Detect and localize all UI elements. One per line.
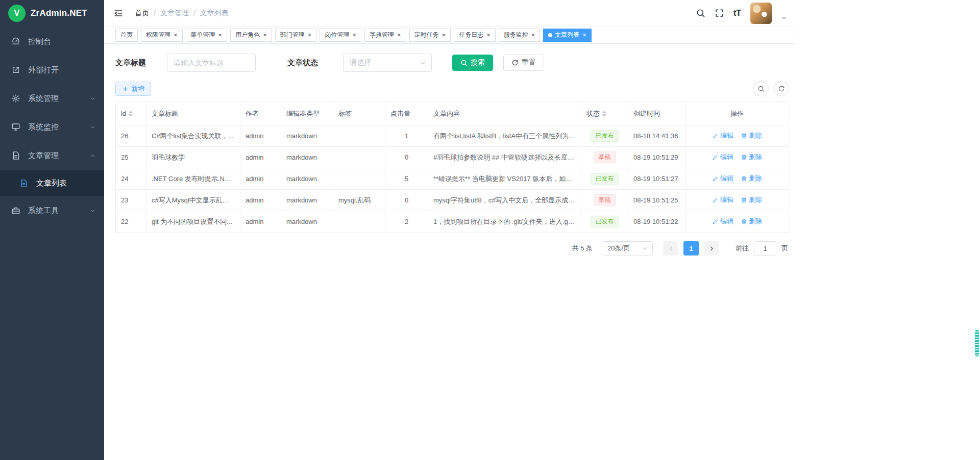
breadcrumb-item[interactable]: 文章管理 <box>160 9 189 18</box>
cell-editor: markdown <box>281 211 333 233</box>
tab[interactable]: 字典管理× <box>364 29 406 42</box>
page-size-select[interactable]: 20条/页 <box>602 241 653 255</box>
scrollbar-thumb[interactable] <box>975 330 979 356</box>
close-icon[interactable]: × <box>582 32 586 38</box>
tab[interactable]: 服务监控× <box>499 29 541 42</box>
close-icon[interactable]: × <box>352 32 356 38</box>
avatar[interactable] <box>750 3 772 24</box>
sort-icon[interactable] <box>129 111 133 117</box>
search-button[interactable]: 搜索 <box>452 55 493 71</box>
chevron-down-icon[interactable] <box>781 15 787 21</box>
sidebar-item[interactable]: 外部打开 <box>0 56 104 84</box>
tab[interactable]: 用户角色× <box>230 29 272 42</box>
refresh-button[interactable] <box>774 81 789 96</box>
app-title: ZrAdmin.NET <box>31 8 87 18</box>
dashboard-icon <box>11 37 21 46</box>
sort-icon[interactable] <box>602 111 606 117</box>
cell-clicks: 0 <box>385 147 428 168</box>
fullscreen-icon[interactable] <box>715 8 724 18</box>
tab[interactable]: 菜单管理× <box>186 29 228 42</box>
total-count: 共 5 条 <box>572 244 593 253</box>
tab-label: 权限管理 <box>146 31 170 39</box>
sidebar-item[interactable]: 文章管理 <box>0 141 104 170</box>
table-row: 23c#写入Mysql中文显示乱码 ...adminmarkdownmysql,… <box>116 190 789 211</box>
column-label: 标签 <box>338 109 352 118</box>
tab[interactable]: 岗位管理× <box>320 29 361 42</box>
edit-link[interactable]: 编辑 <box>712 217 733 226</box>
menu-fold-icon[interactable] <box>113 8 124 18</box>
column-label: 状态 <box>586 109 600 118</box>
sidebar-subitem[interactable]: 文章列表 <box>0 170 104 196</box>
close-icon[interactable]: × <box>442 32 446 38</box>
goto-suffix: 页 <box>781 244 788 253</box>
font-size-icon[interactable]: tT <box>733 9 741 18</box>
tab[interactable]: 部门管理× <box>275 29 317 42</box>
column-header: 文章标题 <box>146 102 240 125</box>
sidebar-item[interactable]: 系统工具 <box>0 196 104 225</box>
close-icon[interactable]: × <box>531 32 535 38</box>
edit-link[interactable]: 编辑 <box>712 195 733 205</box>
cell-status: 已发布 <box>581 168 628 190</box>
edit-link[interactable]: 编辑 <box>712 174 733 183</box>
cell-actions: 编辑删除 <box>685 168 789 190</box>
tab[interactable]: 首页 <box>115 29 138 42</box>
cell-tags <box>333 211 385 233</box>
edit-link[interactable]: 编辑 <box>712 131 733 140</box>
add-button[interactable]: 新增 <box>115 82 151 96</box>
column-label: 点击量 <box>390 109 410 118</box>
status-badge: 已发布 <box>591 173 619 185</box>
column-label: 文章内容 <box>433 109 460 118</box>
delete-link[interactable]: 删除 <box>741 174 762 183</box>
delete-link[interactable]: 删除 <box>741 217 762 226</box>
close-icon[interactable]: × <box>174 32 178 38</box>
article-title-input[interactable] <box>167 54 256 72</box>
tab[interactable]: 任务日志× <box>454 29 496 42</box>
column-label: 创建时间 <box>633 109 660 118</box>
close-icon[interactable]: × <box>263 32 267 38</box>
logo-icon: V <box>8 5 26 22</box>
edit-icon <box>712 218 719 225</box>
tab[interactable]: 权限管理× <box>141 29 183 42</box>
delete-link[interactable]: 删除 <box>741 195 762 205</box>
tab-bar: 首页权限管理×菜单管理×用户角色×部门管理×岗位管理×字典管理×定时任务×任务日… <box>104 27 794 44</box>
page-number[interactable]: 1 <box>683 241 699 255</box>
chevron-down-icon <box>89 208 96 214</box>
tab[interactable]: 文章列表× <box>543 29 592 42</box>
sidebar-item[interactable]: 控制台 <box>0 27 104 56</box>
column-header[interactable]: 状态 <box>581 102 628 125</box>
cell-title: c#写入Mysql中文显示乱码 ... <box>146 190 240 211</box>
table-tools <box>753 81 789 96</box>
goto-page-input[interactable] <box>754 241 776 255</box>
sidebar-item[interactable]: 系统管理 <box>0 84 104 113</box>
column-header[interactable]: id <box>116 102 146 125</box>
table-body: 26C#两个list集合实现关联，...adminmarkdown1有两个lis… <box>116 125 789 233</box>
cell-editor: markdown <box>281 168 333 190</box>
breadcrumb-item[interactable]: 文章列表 <box>200 9 229 18</box>
cell-author: admin <box>240 190 281 211</box>
cell-content: 1，找到项目所在目录下的 .git/文件夹，进入.git/... <box>428 211 581 233</box>
active-dot-icon <box>548 33 552 37</box>
edit-link[interactable]: 编辑 <box>712 152 733 162</box>
close-icon[interactable]: × <box>486 32 491 38</box>
close-icon[interactable]: × <box>218 32 223 38</box>
prev-page-button[interactable] <box>663 241 678 255</box>
sidebar-item[interactable]: 系统监控 <box>0 113 104 141</box>
breadcrumb-item[interactable]: 首页 <box>135 9 149 18</box>
close-icon[interactable]: × <box>308 32 312 38</box>
toolbox-icon <box>11 206 21 215</box>
search-icon[interactable] <box>696 8 705 18</box>
toggle-search-button[interactable] <box>753 81 769 96</box>
reset-button[interactable]: 重置 <box>503 55 544 71</box>
column-header: 作者 <box>240 102 281 125</box>
tab[interactable]: 定时任务× <box>409 29 451 42</box>
chevron-down-icon <box>420 60 426 66</box>
column-header: 点击量 <box>385 102 428 125</box>
delete-link[interactable]: 删除 <box>741 152 762 162</box>
gear-icon <box>11 94 21 103</box>
cell-title: .NET Core 发布时提示.NET... <box>146 168 240 190</box>
next-page-button[interactable] <box>704 241 719 255</box>
close-icon[interactable]: × <box>397 32 401 38</box>
delete-link[interactable]: 删除 <box>741 131 762 140</box>
table-header-row: id文章标题作者编辑器类型标签点击量文章内容状态创建时间操作 <box>116 102 789 125</box>
article-status-select[interactable]: 请选择 <box>343 54 432 72</box>
